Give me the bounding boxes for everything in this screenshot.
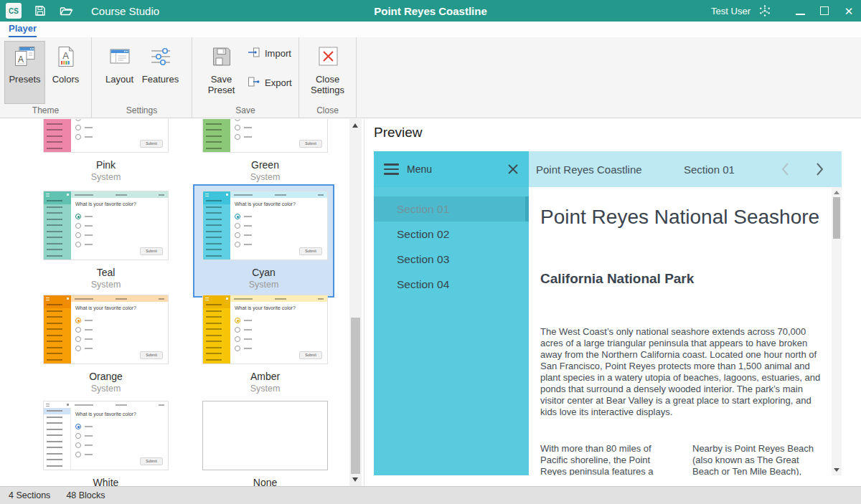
layout-icon: [108, 45, 131, 74]
player-preview: Menu Point Reyes Coastline Section 01: [374, 151, 842, 475]
tab-player[interactable]: Player: [9, 23, 37, 37]
preset-name: Pink: [43, 159, 169, 171]
export-button-label: Export: [265, 77, 292, 88]
presets-button[interactable]: A Presets: [4, 41, 45, 104]
import-button[interactable]: Import: [248, 47, 292, 60]
preset-orange[interactable]: What is your favorite color?SubmitOrange…: [43, 295, 169, 394]
preset-teal[interactable]: What is your favorite color?SubmitTealSy…: [43, 191, 169, 290]
status-bar: 4 Sections 48 Blocks: [0, 486, 861, 504]
ribbon-group-close-label: Close: [299, 104, 356, 119]
mini-question-text: What is your favorite color?: [235, 305, 296, 310]
save-preset-button[interactable]: Save Preset: [201, 41, 242, 104]
preset-type: System: [202, 384, 328, 394]
preset-cyan[interactable]: What is your favorite color?SubmitCyanSy…: [193, 184, 334, 298]
svg-text:A: A: [62, 50, 69, 61]
preview-panel: Preview Menu Point Reyes Coastline Secti…: [365, 119, 861, 486]
mini-submit-button: Submit: [299, 351, 322, 359]
preset-name: White: [43, 477, 169, 486]
ribbon-group-theme: A Presets A Colors Theme: [0, 37, 92, 118]
preset-thumbnail: What is your favorite color?Submit: [202, 119, 328, 153]
preset-thumbnail: What is your favorite color?Submit: [202, 191, 328, 260]
features-button-label: Features: [142, 74, 179, 85]
import-icon: [248, 47, 260, 60]
player-sidebar: Section 01Section 02Section 03Section 04: [374, 187, 529, 475]
preview-title: Preview: [374, 125, 423, 141]
layout-button[interactable]: Layout: [99, 41, 140, 104]
mini-question-text: What is your favorite color?: [75, 305, 136, 310]
user-avatar-icon[interactable]: [758, 4, 772, 18]
close-button[interactable]: ✕: [837, 0, 861, 22]
preset-amber[interactable]: What is your favorite color?SubmitAmberS…: [202, 295, 328, 394]
ribbon-group-settings-label: Settings: [92, 104, 192, 119]
preset-green[interactable]: What is your favorite color?SubmitGreenS…: [202, 119, 328, 182]
scroll-up-arrow-icon[interactable]: [352, 123, 358, 128]
ribbon-group-theme-label: Theme: [0, 104, 91, 119]
next-section-chevron-icon[interactable]: [815, 162, 824, 179]
import-button-label: Import: [265, 48, 291, 59]
app-window: CS Course Studio Point Reyes Coastline T…: [0, 0, 861, 504]
player-section-3[interactable]: Section 03: [374, 247, 529, 272]
minimize-button[interactable]: [788, 0, 812, 22]
ribbon-group-save: Save Preset Import Export Save: [192, 37, 299, 118]
content-subheading: California National Park: [540, 271, 694, 287]
ribbon-group-save-label: Save: [192, 104, 298, 119]
player-topbar-title-area: Point Reyes Coastline Section 01: [529, 151, 842, 187]
colors-icon: A: [55, 45, 77, 74]
player-section-1[interactable]: Section 01: [374, 196, 529, 222]
preset-name: Cyan: [202, 267, 325, 278]
close-settings-icon: [316, 45, 339, 74]
preset-type: System: [43, 280, 169, 290]
save-preset-button-label: Save Preset: [202, 74, 240, 95]
preset-white[interactable]: What is your favorite color?SubmitWhiteS…: [43, 401, 169, 486]
save-preset-icon: [210, 45, 233, 74]
player-current-section: Section 01: [684, 163, 735, 176]
features-button[interactable]: Features: [140, 41, 181, 104]
mini-question-text: What is your favorite color?: [235, 201, 296, 206]
layout-button-label: Layout: [105, 74, 133, 85]
mini-submit-button: Submit: [299, 140, 322, 148]
ribbon: A Presets A Colors Theme Layout Features: [0, 37, 861, 118]
app-title: Course Studio: [91, 5, 159, 17]
preset-name: Orange: [43, 371, 169, 382]
content-scrollbar[interactable]: [832, 187, 842, 475]
preset-pink[interactable]: What is your favorite color?SubmitPinkSy…: [43, 119, 169, 182]
app-logo: CS: [6, 3, 22, 19]
player-menu-close-icon[interactable]: [507, 163, 519, 178]
scroll-down-arrow-icon[interactable]: [352, 477, 358, 482]
open-folder-icon[interactable]: [59, 4, 73, 17]
player-topbar: Menu Point Reyes Coastline Section 01: [374, 151, 842, 187]
preset-type: System: [43, 384, 169, 394]
close-settings-button[interactable]: Close Settings: [307, 41, 348, 104]
colors-button[interactable]: A Colors: [45, 41, 86, 104]
preset-name: None: [202, 477, 328, 486]
hamburger-menu-icon[interactable]: [384, 163, 399, 175]
player-menu-label: Menu: [407, 163, 432, 175]
player-topbar-menu-area: Menu: [374, 151, 529, 187]
preset-name: Teal: [43, 267, 169, 278]
content-scroll-up-icon[interactable]: [834, 191, 839, 194]
preset-thumbnail: What is your favorite color?Submit: [43, 191, 169, 260]
save-icon[interactable]: [34, 4, 47, 17]
tab-row: Player: [0, 22, 861, 37]
maximize-button[interactable]: [812, 0, 837, 22]
preset-type: System: [202, 280, 325, 290]
content-column-left: With more than 80 miles of Pacific shore…: [540, 443, 675, 475]
content-paragraph: The West Coast’s only national seashore …: [540, 326, 827, 418]
features-icon: [149, 45, 173, 74]
content-column-right: Nearby is Point Reyes Beach (also known …: [692, 443, 827, 475]
player-section-2[interactable]: Section 02: [374, 222, 529, 247]
player-course-title: Point Reyes Coastline: [536, 163, 642, 176]
player-content: Point Reyes National Seashore California…: [529, 187, 842, 475]
presets-scrollbar[interactable]: [349, 119, 362, 486]
presets-icon: A: [14, 45, 37, 74]
titlebar: CS Course Studio Point Reyes Coastline T…: [0, 0, 861, 22]
player-section-4[interactable]: Section 04: [374, 272, 529, 297]
content-scrollbar-thumb[interactable]: [833, 197, 840, 239]
preset-thumbnail: What is your favorite color?Submit: [43, 295, 169, 364]
previous-section-chevron-icon[interactable]: [781, 162, 790, 179]
content-scroll-down-icon[interactable]: [834, 468, 839, 472]
preset-none[interactable]: None: [202, 401, 328, 486]
export-button[interactable]: Export: [248, 76, 292, 90]
presets-scrollbar-thumb[interactable]: [351, 318, 360, 474]
mini-question-text: What is your favorite color?: [75, 412, 136, 417]
